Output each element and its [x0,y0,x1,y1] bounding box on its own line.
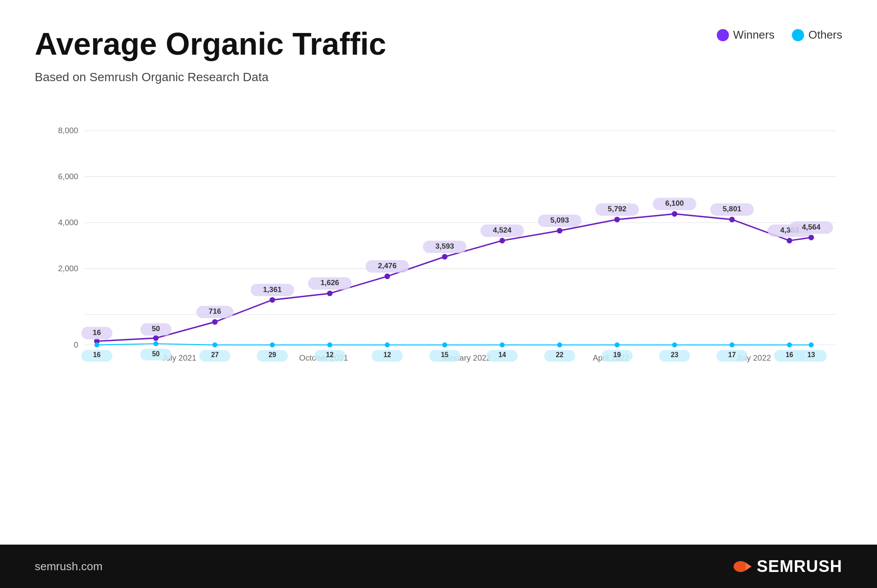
svg-point-31 [385,273,390,279]
footer: semrush.com SEMRUSH [0,545,877,588]
chart-svg: 8,000 6,000 4,000 2,000 0 July 2021 Octo… [35,106,842,370]
svg-point-100 [734,561,748,572]
main-content: Average Organic Traffic Winners Others B… [0,0,877,545]
svg-text:0: 0 [74,340,78,349]
svg-point-73 [385,342,389,347]
svg-text:22: 22 [556,351,564,358]
others-dot [792,29,804,41]
svg-text:19: 19 [613,351,621,358]
svg-point-76 [442,342,447,347]
svg-text:5,093: 5,093 [551,216,569,224]
legend-others: Others [792,28,842,42]
svg-point-37 [499,238,505,243]
svg-point-28 [327,291,333,296]
svg-point-43 [614,217,620,222]
semrush-icon [732,557,752,576]
svg-point-70 [327,342,332,347]
svg-text:16: 16 [93,328,101,337]
svg-point-79 [500,342,504,347]
svg-text:2,000: 2,000 [58,264,79,273]
svg-point-82 [557,342,562,347]
svg-text:14: 14 [498,351,506,358]
svg-point-22 [212,319,218,325]
svg-point-19 [153,335,159,341]
svg-point-97 [809,342,814,347]
semrush-logo: SEMRUSH [732,557,842,576]
legend: Winners Others [717,28,842,42]
svg-point-55 [808,235,814,240]
svg-text:23: 23 [671,351,679,358]
svg-text:2,476: 2,476 [378,261,396,270]
svg-point-25 [270,297,275,303]
svg-point-52 [787,238,792,243]
svg-text:3,593: 3,593 [435,242,454,250]
svg-text:29: 29 [269,351,277,358]
svg-text:16: 16 [93,351,101,358]
svg-text:12: 12 [383,351,391,358]
svg-text:4,524: 4,524 [493,226,511,234]
svg-text:16: 16 [786,351,794,358]
svg-point-91 [729,342,734,347]
svg-text:5,792: 5,792 [608,204,626,213]
svg-text:15: 15 [441,351,449,358]
svg-text:27: 27 [211,351,219,358]
subtitle: Based on Semrush Organic Research Data [35,70,842,84]
svg-point-34 [442,254,448,260]
svg-point-61 [153,341,158,346]
svg-text:4,564: 4,564 [802,223,821,231]
others-label: Others [808,28,842,42]
svg-point-49 [729,217,735,222]
semrush-brand-name: SEMRUSH [757,557,842,576]
legend-winners: Winners [717,28,775,42]
svg-text:6,000: 6,000 [58,172,79,181]
svg-point-40 [557,228,563,233]
svg-point-58 [94,342,99,347]
svg-text:6,100: 6,100 [665,199,684,207]
svg-text:1,361: 1,361 [263,285,282,294]
svg-text:1,626: 1,626 [320,278,339,287]
chart-area: 8,000 6,000 4,000 2,000 0 July 2021 Octo… [35,106,842,496]
winners-dot [717,29,729,41]
svg-text:716: 716 [209,307,221,315]
svg-point-88 [672,342,677,347]
svg-point-94 [787,342,792,347]
svg-text:8,000: 8,000 [58,126,79,135]
svg-point-85 [615,342,620,347]
svg-marker-101 [745,562,752,570]
svg-point-64 [212,342,217,347]
svg-point-46 [672,211,677,217]
svg-text:4,000: 4,000 [58,218,79,227]
svg-text:50: 50 [152,324,160,333]
footer-website: semrush.com [35,560,102,573]
svg-text:13: 13 [808,351,815,358]
svg-text:17: 17 [728,351,736,358]
winners-label: Winners [733,28,775,42]
svg-point-67 [270,342,275,347]
svg-text:5,801: 5,801 [723,204,742,213]
svg-text:12: 12 [326,351,334,358]
svg-text:50: 50 [152,350,160,358]
